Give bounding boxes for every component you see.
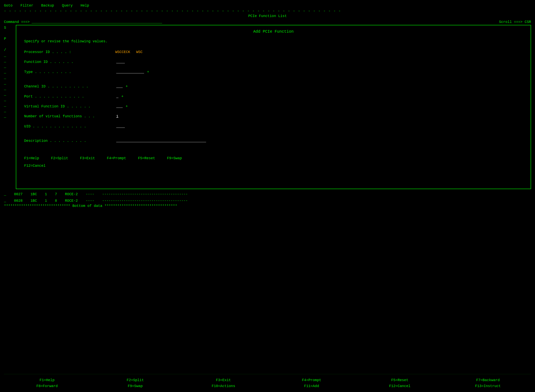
channel-id-plus[interactable]: + [125,83,128,90]
marker-dash6: _ [4,80,14,86]
marker-dash7: _ [4,86,14,91]
modal-f2[interactable]: F2=Split [51,156,68,160]
description-input[interactable]: ________________________________________… [116,138,206,144]
marker-dash9: _ [4,97,14,103]
marker-dash11: _ [4,108,14,113]
row-0028-col4: 8 [55,198,57,204]
modal-f12[interactable]: F12=Cancel [24,164,46,168]
bottom-fkeys: F1=Help F2=Split F3=Exit F4=Prompt F5=Re… [4,374,531,390]
port-label: Port . . . . . . . . . . . . [24,93,115,100]
modal-f5[interactable]: F5=Reset [138,156,155,160]
command-input[interactable]: ________________________________________… [32,20,497,24]
bottom-f1[interactable]: F1=Help [4,378,90,382]
processor-id-value1: WSCCECK [115,49,130,55]
marker-empty2 [4,42,14,47]
menu-filter[interactable]: Filter [20,4,33,8]
bottom-f10[interactable]: F10=Actions [180,384,267,388]
type-input[interactable]: _____________ [116,69,144,75]
row-marker-2[interactable]: _ [4,198,6,204]
menu-backup[interactable]: Backup [41,4,54,8]
row-marker-1[interactable]: _ [4,191,6,197]
bottom-f8[interactable]: F8=Forward [4,384,90,388]
marker-dash12: _ [4,113,14,119]
marker-dash2: _ [4,58,14,64]
bottom-f11[interactable]: F11=Add [268,384,355,388]
page-title: PCIe Function List [4,13,531,19]
scroll-label: Scroll ===> CSR [499,20,531,24]
vf-id-plus[interactable]: + [125,103,128,110]
add-pcie-function-dialog: Add PCIe Function Specify or revise the … [16,25,531,189]
modal-title: Add PCIe Function [24,29,523,34]
marker-dash3: _ [4,64,14,69]
port-input[interactable]: _ [116,93,118,100]
bottom-f9[interactable]: F9=Swap [92,384,178,388]
bottom-of-data: ******************************* Bottom o… [4,204,531,208]
menu-bar: Goto Filter Backup Query Help [4,2,531,9]
table-row-0028: _ 0028 1BC 1 8 ROCE-2 ---- -------------… [4,198,531,204]
type-label: Type . . . . . . . . . [24,69,115,75]
menu-goto[interactable]: Goto [4,4,13,8]
processor-id-value2: WSC [136,49,143,55]
row-0027-col4: 7 [55,191,57,197]
vf-id-label: Virtual Function ID . . . . . . [24,103,115,110]
row-0027-col2: 1BC [30,191,37,197]
function-id-row: Function ID . . . . . . ____ [24,59,523,65]
bottom-f4[interactable]: F4=Prompt [268,378,355,382]
marker-dash4: _ [4,69,14,75]
modal-fkeys-row2: F12=Cancel [24,164,523,168]
num-vf-row: Number of virtual functions . . . 1 [24,113,523,119]
modal-fkeys-row1: F1=Help F2=Split F3=Exit F4=Prompt F5=Re… [24,156,523,160]
function-id-label: Function ID . . . . . . [24,59,115,65]
bottom-f7[interactable]: F7=Backward [445,378,531,382]
row-0028-col6: ---- [86,198,94,204]
num-vf-input[interactable]: 1 [116,113,118,119]
vf-id-row: Virtual Function ID . . . . . . ___ + [24,103,523,110]
command-row: Command ===> ___________________________… [4,19,531,25]
channel-id-input[interactable]: ___ [116,83,123,90]
modal-f3[interactable]: F3=Exit [80,156,95,160]
row-0027-col3: 1 [45,191,47,197]
row-0028-col7: ---------------------------------------- [102,198,188,204]
description-label: Description . . . . . . . . . [24,138,115,144]
modal-f1[interactable]: F1=Help [24,156,39,160]
marker-empty1 [4,30,14,36]
marker-s: S [4,25,14,30]
left-markers: S P / _ _ _ _ _ _ _ _ _ _ _ _ [4,25,16,191]
modal-f4[interactable]: F4=Prompt [107,156,126,160]
menu-query[interactable]: Query [62,4,73,8]
table-row-0027: _ 0027 1BC 1 7 ROCE-2 ---- -------------… [4,191,531,197]
bottom-f13[interactable]: F13=Instruct [445,384,531,388]
data-rows: _ 0027 1BC 1 7 ROCE-2 ---- -------------… [4,191,531,208]
row-0028-col5: ROCE-2 [65,198,78,204]
function-id-input[interactable]: ____ [116,59,125,65]
marker-dash5: _ [4,75,14,80]
row-0027-col1: 0027 [14,191,23,197]
modal-f9[interactable]: F9=Swap [167,156,182,160]
bottom-f2[interactable]: F2=Split [92,378,178,382]
bottom-f12[interactable]: F12=Cancel [357,384,443,388]
processor-id-row: Processor ID . . . . : WSCCECK WSC [24,49,523,55]
row-0028-col3: 1 [45,198,47,204]
modal-subtitle: Specify or revise the following values. [24,39,523,43]
bottom-f3[interactable]: F3=Exit [180,378,267,382]
channel-id-label: Channel ID . . . . . . . . . . [24,83,115,90]
description-row: Description . . . . . . . . . __________… [24,138,523,144]
type-plus[interactable]: + [147,69,149,75]
top-divider: - - - - - - - - - - - - - - - - - - - - … [4,9,531,13]
vf-id-input[interactable]: ___ [116,103,123,110]
uid-row: UID . . . . . . . . . . . . . ____ [24,123,523,130]
processor-id-label: Processor ID . . . . : [24,49,115,55]
bottom-f5[interactable]: F5=Reset [357,378,443,382]
type-row: Type . . . . . . . . . _____________ + [24,69,523,75]
port-plus[interactable]: + [121,93,124,100]
row-0027-col6: ---- [86,191,94,197]
row-0027-col5: ROCE-2 [65,191,78,197]
row-0028-col1: 0028 [14,198,23,204]
row-0028-col2: 1BC [30,198,37,204]
row-0027-col7: ---------------------------------------- [102,191,188,197]
command-label: Command ===> [4,20,30,24]
channel-id-row: Channel ID . . . . . . . . . . ___ + [24,83,523,90]
marker-dash1: _ [4,53,14,58]
menu-help[interactable]: Help [81,4,89,8]
uid-input[interactable]: ____ [116,123,125,130]
